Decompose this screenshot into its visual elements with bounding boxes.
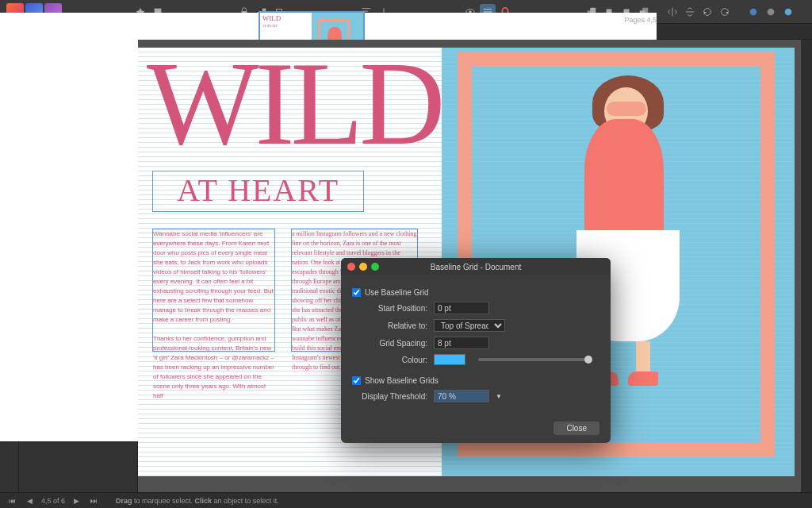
dialog-titlebar[interactable]: Baseline Grid - Document	[341, 258, 611, 275]
rotate-cw-icon[interactable]	[717, 4, 733, 20]
relative-to-select[interactable]: Top of Spread	[434, 319, 505, 332]
flip-horizontal-icon[interactable]	[665, 4, 680, 20]
last-page-icon[interactable]: ⏭	[88, 497, 100, 505]
dialog-title: Baseline Grid - Document	[431, 263, 522, 271]
start-position-input[interactable]	[434, 302, 489, 314]
next-page-icon[interactable]: ▶	[71, 497, 82, 505]
grid-spacing-input[interactable]	[434, 337, 489, 349]
minimize-window-icon[interactable]	[359, 263, 367, 271]
headline-at-heart[interactable]: AT HEART	[152, 171, 364, 212]
svg-point-12	[750, 8, 757, 15]
close-window-icon[interactable]	[347, 263, 355, 271]
help-icon[interactable]	[780, 4, 796, 20]
rotate-ccw-icon[interactable]	[699, 4, 715, 20]
colour-label: Colour:	[352, 356, 427, 364]
first-page-icon[interactable]: ⏮	[6, 497, 18, 505]
display-threshold-input[interactable]	[434, 390, 489, 402]
svg-rect-3	[262, 8, 266, 11]
page-thumb-4-5[interactable]: WILD AT HEART Pages 4,5	[19, 79, 137, 441]
show-grids-label: Show Baseline Grids	[365, 376, 439, 385]
right-scrollbar[interactable]	[801, 40, 812, 492]
close-button[interactable]: Close	[553, 421, 599, 435]
page-indicator: 4,5 of 6	[41, 497, 65, 505]
display-threshold-label: Display Threshold:	[352, 392, 427, 401]
show-grids-checkbox[interactable]	[352, 376, 361, 385]
body-column-1[interactable]: Wannabe social media 'influencers' are e…	[152, 229, 275, 352]
status-bar: ⏮ ◀ 4,5 of 6 ▶ ⏭ Drag to marquee select.…	[0, 492, 812, 508]
status-hint: Drag to marquee select. Click an object …	[116, 497, 279, 505]
threshold-dropdown-icon[interactable]: ▼	[496, 393, 502, 400]
studio-link-icon[interactable]	[745, 4, 761, 20]
grid-spacing-label: Grid Spacing:	[352, 339, 427, 348]
flip-vertical-icon[interactable]	[682, 4, 698, 20]
relative-to-label: Relative to:	[352, 321, 427, 330]
zoom-window-icon[interactable]	[371, 263, 379, 271]
prev-page-icon[interactable]: ◀	[25, 497, 35, 505]
colour-swatch[interactable]	[434, 354, 465, 365]
pages-panel: Pages Assets ▸ Master Pages ▾ Pages FEIN…	[19, 40, 138, 492]
baseline-grid-dialog: Baseline Grid - Document Use Baseline Gr…	[341, 258, 611, 443]
svg-point-13	[768, 8, 775, 15]
headline-wild[interactable]: WILD	[147, 48, 441, 163]
start-position-label: Start Position:	[352, 304, 427, 313]
svg-point-14	[785, 8, 792, 15]
use-baseline-checkbox[interactable]	[352, 288, 361, 297]
opacity-slider[interactable]	[478, 358, 589, 361]
account-icon[interactable]	[763, 4, 779, 20]
use-baseline-label: Use Baseline Grid	[365, 288, 429, 297]
